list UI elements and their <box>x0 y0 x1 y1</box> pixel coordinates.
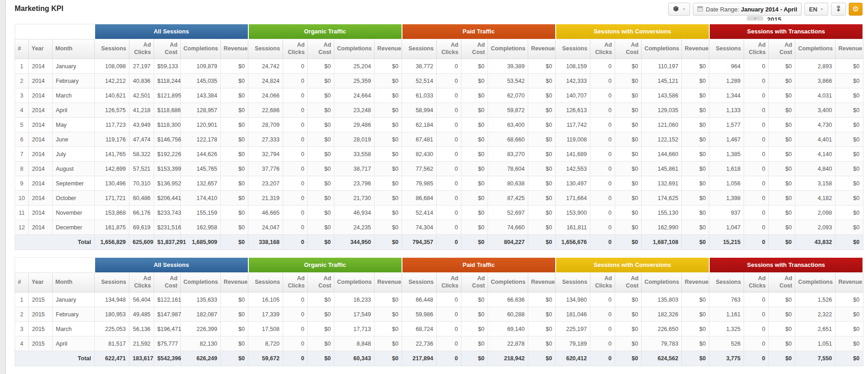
value-cell: $0 <box>769 147 795 162</box>
total-value-cell: 7,550 <box>795 351 836 366</box>
total-value-cell: 804,227 <box>488 235 528 250</box>
column-header: Month <box>53 273 95 293</box>
column-group-header: All Sessions <box>95 24 248 39</box>
table-row: 42014April126,57541,218$118,686128,957$0… <box>15 103 863 118</box>
total-value-cell: $0 <box>221 351 248 366</box>
value-cell: $75,777 <box>154 336 181 351</box>
total-label: Total <box>15 235 95 250</box>
value-cell: 0 <box>437 103 461 118</box>
value-cell: $0 <box>615 336 642 351</box>
value-cell: 0 <box>744 176 769 191</box>
value-cell: 58,322 <box>129 147 154 162</box>
value-cell: 23,248 <box>334 103 375 118</box>
value-cell: $0 <box>221 307 248 322</box>
value-cell: 28,019 <box>334 132 375 147</box>
value-cell: 0 <box>590 206 615 220</box>
dashboard-page: Marketing KPI ▼ <box>6 0 868 374</box>
column-header: Sessions <box>248 273 283 293</box>
value-cell: 0 <box>283 74 308 88</box>
value-cell: 4,730 <box>795 118 836 132</box>
column-header: Sessions <box>402 39 437 59</box>
value-cell: $0 <box>461 59 488 74</box>
value-cell: 142,333 <box>556 74 590 88</box>
value-cell: 4,840 <box>795 162 836 176</box>
value-cell: 68,660 <box>488 132 528 147</box>
value-cell: 937 <box>709 206 744 220</box>
value-cell: 4,401 <box>795 132 836 147</box>
value-cell: $0 <box>769 88 795 103</box>
total-value-cell: $0 <box>682 351 709 366</box>
column-header: Revenue <box>528 39 556 59</box>
value-cell: 145,121 <box>642 74 682 88</box>
value-cell: 62,184 <box>402 118 437 132</box>
column-header: Month <box>53 39 95 59</box>
date-range-button[interactable]: Date Range: January 2014 - April <box>693 3 802 16</box>
column-group-header: All Sessions <box>95 258 248 273</box>
value-cell: $0 <box>682 74 709 88</box>
month-cell: July <box>53 147 95 162</box>
value-cell: $0 <box>836 74 863 88</box>
value-cell: $0 <box>769 74 795 88</box>
value-cell: $0 <box>375 191 402 206</box>
value-cell: 0 <box>437 147 461 162</box>
total-value-cell: 1,687,108 <box>642 235 682 250</box>
value-cell: $0 <box>769 220 795 235</box>
value-cell: $0 <box>682 322 709 336</box>
value-cell: 63,400 <box>488 118 528 132</box>
value-cell: 143,586 <box>642 88 682 103</box>
value-cell: $0 <box>836 118 863 132</box>
toolbar: ▼ Date Range: January 2014 - April <box>668 3 863 16</box>
value-cell: 68,724 <box>402 322 437 336</box>
value-cell: 86,684 <box>402 191 437 206</box>
total-value-cell: 624,562 <box>642 351 682 366</box>
value-cell: $0 <box>375 322 402 336</box>
value-cell: 3,866 <box>795 74 836 88</box>
value-cell: 52,514 <box>402 74 437 88</box>
total-label: Total <box>15 351 95 366</box>
value-cell: $0 <box>375 118 402 132</box>
value-cell: 162,958 <box>181 220 221 235</box>
kpi-table-2014: All SessionsOrganic TrafficPaid TrafficS… <box>15 24 863 250</box>
value-cell: 0 <box>590 293 615 307</box>
download-button[interactable] <box>831 3 846 16</box>
value-cell: $0 <box>308 191 334 206</box>
total-value-cell: $1,837,291 <box>154 235 181 250</box>
value-cell: 43,949 <box>129 118 154 132</box>
value-cell: $0 <box>221 59 248 74</box>
value-cell: 3,400 <box>795 103 836 118</box>
value-cell: $0 <box>528 322 556 336</box>
value-cell: $0 <box>308 176 334 191</box>
value-cell: 66,448 <box>402 293 437 307</box>
settings-button[interactable]: ⚙ <box>849 3 863 16</box>
month-cell: August <box>53 162 95 176</box>
value-cell: $0 <box>769 336 795 351</box>
value-cell: $0 <box>221 118 248 132</box>
total-value-cell: 0 <box>283 351 308 366</box>
value-cell: $0 <box>528 103 556 118</box>
widget-selector-button[interactable]: ▼ <box>668 3 690 16</box>
value-cell: 0 <box>437 132 461 147</box>
value-cell: $0 <box>461 118 488 132</box>
column-group-header: Sessions with Conversions <box>556 24 709 39</box>
value-cell: 122,152 <box>642 132 682 147</box>
value-cell: 130,496 <box>95 176 129 191</box>
value-cell: $0 <box>528 206 556 220</box>
value-cell: $0 <box>308 307 334 322</box>
value-cell: 60,288 <box>488 307 528 322</box>
value-cell: $0 <box>836 88 863 103</box>
value-cell: 1,618 <box>709 162 744 176</box>
value-cell: $0 <box>375 132 402 147</box>
value-cell: $0 <box>769 118 795 132</box>
value-cell: 37,776 <box>248 162 283 176</box>
total-value-cell: 59,672 <box>248 351 283 366</box>
value-cell: $0 <box>682 176 709 191</box>
total-value-cell: $0 <box>769 235 795 250</box>
language-selector-button[interactable]: EN ▼ <box>804 3 828 16</box>
table-row: 82014August142,69957,521$153,399145,765$… <box>15 162 863 176</box>
value-cell: 0 <box>590 176 615 191</box>
value-cell: 0 <box>744 88 769 103</box>
value-cell: 47,474 <box>129 132 154 147</box>
value-cell: $0 <box>308 293 334 307</box>
value-cell: 0 <box>744 220 769 235</box>
value-cell: 0 <box>437 88 461 103</box>
